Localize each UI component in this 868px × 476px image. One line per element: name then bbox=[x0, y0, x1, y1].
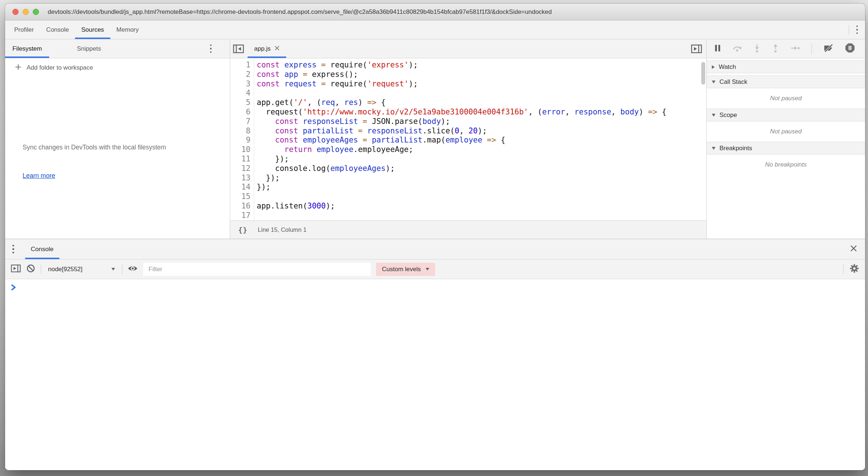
close-window-button[interactable] bbox=[12, 9, 19, 15]
step-into-icon[interactable] bbox=[753, 44, 761, 54]
dropdown-arrow-icon bbox=[426, 268, 429, 270]
zoom-window-button[interactable] bbox=[33, 9, 39, 15]
tab-snippets[interactable]: Snippets bbox=[70, 39, 108, 58]
console-toolbar-divider bbox=[41, 265, 41, 274]
breakpoints-label: Breakpoints bbox=[719, 145, 752, 152]
console-toolbar: node[92552] Custom levels bbox=[5, 260, 865, 279]
editor-scrollbar[interactable] bbox=[701, 62, 705, 85]
minimize-window-button[interactable] bbox=[23, 9, 29, 15]
sources-panels: Filesystem Snippets Add folder to worksp… bbox=[5, 39, 865, 239]
add-folder-label: Add folder to workspace bbox=[27, 64, 93, 71]
editor-status-bar: {} Line 15, Column 1 bbox=[230, 221, 706, 239]
console-toolbar-divider bbox=[843, 265, 844, 274]
main-menu-kebab-icon[interactable] bbox=[855, 24, 860, 36]
toggle-debugger-sidebar-icon[interactable] bbox=[688, 39, 705, 58]
console-settings-gear-icon[interactable] bbox=[849, 264, 859, 275]
drawer-tabbar: Console bbox=[5, 239, 865, 260]
drawer-tab-console[interactable]: Console bbox=[25, 239, 59, 259]
debugger-toolbar-divider bbox=[812, 43, 812, 54]
tab-close-icon[interactable] bbox=[275, 45, 280, 52]
devtools-window: devtools://devtools/bundled/js_app.html?… bbox=[5, 4, 865, 470]
main-toolbar: Profiler Console Sources Memory bbox=[5, 20, 865, 39]
tab-filesystem[interactable]: Filesystem bbox=[5, 39, 49, 58]
close-drawer-icon[interactable] bbox=[850, 245, 857, 253]
tab-console[interactable]: Console bbox=[40, 20, 75, 39]
window-title: devtools://devtools/bundled/js_app.html?… bbox=[48, 8, 552, 16]
titlebar: devtools://devtools/bundled/js_app.html?… bbox=[5, 4, 865, 20]
tab-memory[interactable]: Memory bbox=[110, 20, 145, 39]
plus-icon bbox=[15, 63, 22, 73]
scope-section-header[interactable]: Scope bbox=[707, 109, 865, 121]
execution-context-value: node[92552] bbox=[48, 266, 83, 273]
navigator-tabbar: Filesystem Snippets bbox=[5, 39, 230, 58]
code-lines[interactable]: const express = require('express');const… bbox=[254, 58, 706, 221]
watch-label: Watch bbox=[719, 63, 736, 71]
console-drawer: Console node[92552] Custom leve bbox=[5, 239, 865, 470]
chevron-down-icon bbox=[712, 114, 715, 117]
navigator-pane: Filesystem Snippets Add folder to worksp… bbox=[5, 39, 230, 239]
custom-levels-dropdown[interactable]: Custom levels bbox=[376, 263, 435, 276]
step-over-icon[interactable] bbox=[733, 44, 742, 54]
scope-status: Not paused bbox=[707, 121, 865, 142]
tab-profiler[interactable]: Profiler bbox=[8, 20, 40, 39]
live-expression-eye-icon[interactable] bbox=[128, 265, 138, 274]
chevron-down-icon bbox=[712, 81, 715, 83]
learn-more-link[interactable]: Learn more bbox=[23, 172, 55, 180]
call-stack-status: Not paused bbox=[707, 88, 865, 109]
editor-tabbar: app.js bbox=[230, 39, 706, 58]
console-toolbar-divider bbox=[122, 265, 122, 274]
pause-script-icon[interactable] bbox=[714, 44, 721, 54]
add-folder-button[interactable]: Add folder to workspace bbox=[5, 58, 230, 77]
call-stack-section-header[interactable]: Call Stack bbox=[707, 75, 865, 88]
step-out-icon[interactable] bbox=[772, 44, 779, 54]
console-filter-input[interactable] bbox=[143, 263, 371, 276]
navigator-more-kebab-icon[interactable] bbox=[209, 43, 213, 55]
toggle-navigator-icon[interactable] bbox=[230, 39, 247, 58]
chevron-right-icon bbox=[712, 65, 715, 69]
debugger-pane: Watch Call Stack Not paused Scope Not pa… bbox=[706, 39, 865, 239]
sync-message: Sync changes in DevTools with the local … bbox=[23, 141, 172, 154]
editor-tab-label: app.js bbox=[254, 45, 271, 52]
execution-context-select[interactable]: node[92552] bbox=[47, 266, 117, 273]
editor-tab-appjs[interactable]: app.js bbox=[248, 39, 286, 58]
console-prompt-chevron-icon[interactable] bbox=[11, 286, 17, 292]
show-console-sidebar-icon[interactable] bbox=[11, 264, 21, 274]
traffic-lights bbox=[12, 9, 39, 15]
tab-sources[interactable]: Sources bbox=[75, 20, 110, 39]
cursor-position-label: Line 15, Column 1 bbox=[258, 226, 307, 233]
clear-console-icon[interactable] bbox=[26, 264, 35, 274]
breakpoints-status: No breakpoints bbox=[707, 155, 865, 175]
toolbar-divider bbox=[849, 25, 849, 35]
console-output[interactable] bbox=[5, 279, 865, 470]
step-icon[interactable] bbox=[790, 44, 800, 54]
call-stack-label: Call Stack bbox=[719, 78, 747, 86]
drawer-menu-kebab-icon[interactable] bbox=[11, 243, 16, 255]
pretty-print-button[interactable]: {} bbox=[238, 226, 248, 234]
code-gutter: 1234567891011121314151617 bbox=[230, 58, 254, 221]
debugger-toolbar bbox=[707, 39, 865, 58]
watch-section-header[interactable]: Watch bbox=[707, 61, 865, 73]
pause-on-exceptions-icon[interactable] bbox=[845, 43, 855, 54]
deactivate-breakpoints-icon[interactable] bbox=[824, 44, 834, 54]
custom-levels-label: Custom levels bbox=[382, 266, 421, 273]
chevron-down-icon bbox=[712, 147, 715, 150]
dropdown-arrow-icon bbox=[111, 268, 115, 270]
breakpoints-section-header[interactable]: Breakpoints bbox=[707, 142, 865, 155]
editor-pane: app.js 1234567891011121314151617 const e… bbox=[230, 39, 706, 239]
code-editor[interactable]: 1234567891011121314151617 const express … bbox=[230, 58, 706, 221]
scope-label: Scope bbox=[719, 112, 737, 119]
